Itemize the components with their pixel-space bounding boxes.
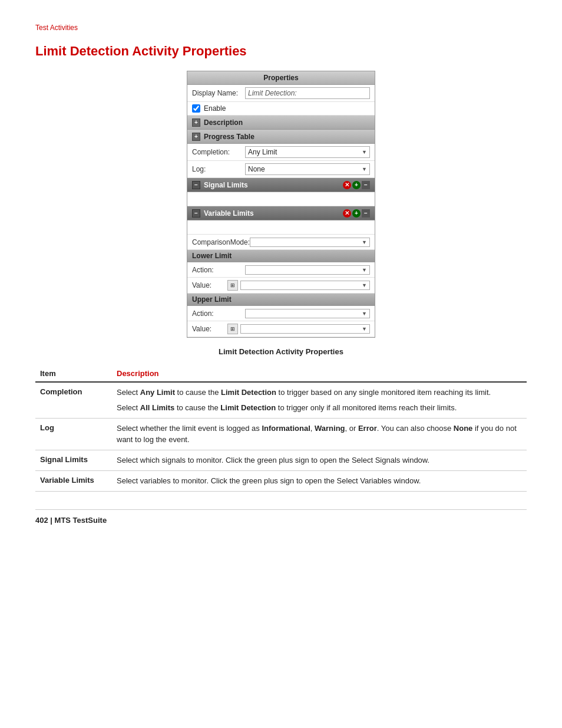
enable-label: Enable xyxy=(204,104,226,113)
table-cell-desc: Select which signals to monitor. Click t… xyxy=(112,450,527,470)
signal-limits-remove-btn[interactable]: ✕ xyxy=(343,181,351,189)
table-cell-item: Signal Limits xyxy=(35,450,112,470)
description-table: Item Description CompletionSelect Any Li… xyxy=(35,365,527,492)
signal-limits-add-btn[interactable]: + xyxy=(352,181,361,189)
signal-limits-actions: ✕ + − xyxy=(343,181,370,189)
upper-action-row: Action: ▼ xyxy=(187,306,375,321)
variable-limits-actions: ✕ + − xyxy=(343,209,370,218)
completion-select[interactable]: Any Limit ▼ xyxy=(245,146,370,158)
footer: 402 | MTS TestSuite xyxy=(35,509,527,525)
lower-action-select[interactable]: ▼ xyxy=(245,265,370,275)
properties-panel: Properties Display Name: Enable + Descri… xyxy=(187,71,375,338)
upper-value-icon: ⊞ xyxy=(227,324,238,334)
panel-caption: Limit Detection Activity Properties xyxy=(35,347,527,356)
log-label: Log: xyxy=(192,165,245,173)
variable-limits-add-btn[interactable]: + xyxy=(352,209,361,218)
lower-value-label: Value: xyxy=(192,281,227,289)
panel-header: Properties xyxy=(187,71,375,85)
variable-limits-minus-btn[interactable]: − xyxy=(362,209,370,218)
upper-value-arrow-icon: ▼ xyxy=(362,326,367,332)
upper-limit-header: Upper Limit xyxy=(187,294,375,306)
desc-paragraph: Select variables to monitor. Click the g… xyxy=(117,476,522,486)
lower-value-arrow-icon: ▼ xyxy=(362,282,367,288)
comparison-mode-row: ComparisonMode: ▼ xyxy=(187,235,375,250)
description-expand-icon[interactable]: + xyxy=(192,118,200,127)
description-label: Description xyxy=(204,118,243,127)
lower-limit-header: Lower Limit xyxy=(187,250,375,262)
signal-limits-label: Signal Limits xyxy=(204,181,248,189)
comparison-mode-select[interactable]: ▼ xyxy=(250,238,370,247)
signal-limits-minus-btn[interactable]: − xyxy=(362,181,370,189)
variable-limits-label: Variable Limits xyxy=(204,209,254,218)
comparison-mode-label: ComparisonMode: xyxy=(192,238,250,246)
desc-paragraph: Select All Limits to cause the Limit Det… xyxy=(117,403,522,413)
lower-action-row: Action: ▼ xyxy=(187,262,375,278)
upper-value-select[interactable]: ▼ xyxy=(240,324,370,334)
completion-label: Completion: xyxy=(192,148,245,156)
log-select[interactable]: None ▼ xyxy=(245,163,370,175)
lower-value-row: Value: ⊞ ▼ xyxy=(187,278,375,294)
upper-action-arrow-icon: ▼ xyxy=(362,311,367,317)
desc-paragraph: Select Any Limit to cause the Limit Dete… xyxy=(117,387,522,398)
progress-table-section-header[interactable]: + Progress Table xyxy=(187,130,375,144)
table-row: Variable LimitsSelect variables to monit… xyxy=(35,470,527,491)
lower-action-arrow-icon: ▼ xyxy=(362,267,367,273)
progress-table-expand-icon[interactable]: + xyxy=(192,133,200,141)
upper-value-label: Value: xyxy=(192,325,227,333)
log-arrow-icon: ▼ xyxy=(362,166,367,172)
table-cell-item: Log xyxy=(35,419,112,450)
table-cell-item: Variable Limits xyxy=(35,470,112,491)
comparison-mode-arrow-icon: ▼ xyxy=(362,239,367,245)
table-cell-desc: Select whether the limit event is logged… xyxy=(112,419,527,450)
variable-limits-section-header[interactable]: − Variable Limits ✕ + − xyxy=(187,206,375,220)
log-value: None xyxy=(248,165,265,173)
variable-limits-collapse-icon[interactable]: − xyxy=(192,209,200,218)
completion-arrow-icon: ▼ xyxy=(362,149,367,155)
enable-row: Enable xyxy=(187,102,375,116)
desc-paragraph: Select whether the limit event is logged… xyxy=(117,423,522,444)
desc-paragraph: Select which signals to monitor. Click t… xyxy=(117,455,522,466)
upper-action-select[interactable]: ▼ xyxy=(245,309,370,318)
col-header-item: Item xyxy=(35,365,112,382)
enable-checkbox[interactable] xyxy=(192,104,200,113)
display-name-input[interactable] xyxy=(245,87,370,99)
table-cell-item: Completion xyxy=(35,382,112,419)
signal-limits-content xyxy=(187,192,375,206)
variable-limits-remove-btn[interactable]: ✕ xyxy=(343,209,351,218)
log-row: Log: None ▼ xyxy=(187,161,375,178)
display-name-label: Display Name: xyxy=(192,89,245,97)
upper-action-label: Action: xyxy=(192,309,245,318)
page-title: Limit Detection Activity Properties xyxy=(35,44,527,59)
upper-value-row: Value: ⊞ ▼ xyxy=(187,321,375,337)
lower-value-icon: ⊞ xyxy=(227,280,238,291)
completion-value: Any Limit xyxy=(248,148,277,156)
table-cell-desc: Select variables to monitor. Click the g… xyxy=(112,470,527,491)
lower-action-label: Action: xyxy=(192,266,245,274)
breadcrumb[interactable]: Test Activities xyxy=(35,24,527,32)
table-cell-desc: Select Any Limit to cause the Limit Dete… xyxy=(112,382,527,419)
table-row: CompletionSelect Any Limit to cause the … xyxy=(35,382,527,419)
completion-row: Completion: Any Limit ▼ xyxy=(187,144,375,161)
signal-limits-collapse-icon[interactable]: − xyxy=(192,181,200,189)
signal-limits-section-header[interactable]: − Signal Limits ✕ + − xyxy=(187,178,375,192)
table-row: LogSelect whether the limit event is log… xyxy=(35,419,527,450)
description-section-header[interactable]: + Description xyxy=(187,116,375,130)
display-name-row: Display Name: xyxy=(187,85,375,102)
col-header-desc: Description xyxy=(112,365,527,382)
progress-table-label: Progress Table xyxy=(204,133,254,141)
variable-limits-content xyxy=(187,220,375,235)
lower-value-select[interactable]: ▼ xyxy=(240,281,370,290)
table-row: Signal LimitsSelect which signals to mon… xyxy=(35,450,527,470)
